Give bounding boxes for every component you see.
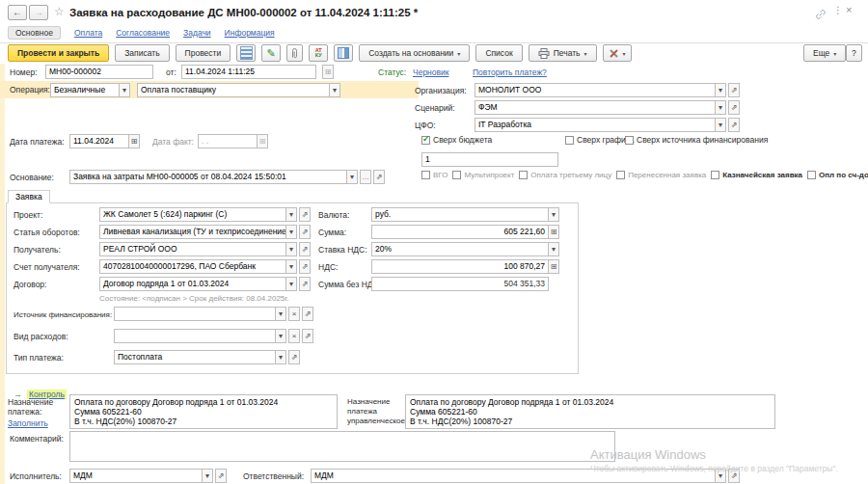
basis-choose-button[interactable]: …	[360, 170, 371, 184]
contract-open-button[interactable]: ⇗	[299, 277, 311, 291]
movements-button[interactable]	[334, 44, 353, 62]
payee-account-field[interactable]: 40702810040000017296, ПАО Сбербанк	[99, 259, 286, 274]
tab-zayavka[interactable]: Заявка	[8, 190, 50, 203]
expense-dropdown[interactable]: ▾	[275, 329, 286, 343]
write-button[interactable]: Записать	[115, 44, 169, 62]
project-field[interactable]: ЖК Самолет 5 (:624) паркинг (С)	[99, 207, 286, 222]
payment-purpose-text[interactable]: Оплата по договору Договор подряда 1 от …	[69, 394, 338, 429]
payment-purpose-mgmt-text[interactable]: Оплата по договору Договор подряда 1 от …	[405, 394, 775, 429]
expense-open-button[interactable]: ⇗	[302, 329, 313, 343]
turnover-open-button[interactable]: ⇗	[299, 225, 311, 239]
back-button[interactable]: ←	[8, 5, 27, 20]
project-open-button[interactable]: ⇗	[299, 207, 311, 222]
organization-field[interactable]: МОНОЛИТ ООО	[475, 83, 716, 97]
vat-calculator-button[interactable]: ⊞	[548, 259, 559, 274]
fill-link[interactable]: Заполнить	[8, 418, 48, 428]
atky-button[interactable]: АТКУ	[309, 44, 328, 62]
link-icon[interactable]	[815, 7, 827, 24]
basis-dropdown[interactable]: ▾	[346, 170, 358, 184]
post-button[interactable]: Провести	[176, 44, 231, 62]
sign-button[interactable]: ✎	[261, 44, 281, 62]
turnover-dropdown[interactable]: ▾	[285, 225, 297, 239]
currency-dropdown[interactable]: ▾	[548, 207, 559, 222]
operation-kind-field[interactable]: Оплата поставщику	[137, 83, 330, 97]
fin-source-open-button[interactable]: ⇗	[302, 307, 313, 321]
vat-rate-field[interactable]: 20%	[371, 242, 549, 256]
checkbox-third-party-payment[interactable]: Оплата третьему лицу	[519, 171, 611, 179]
project-dropdown[interactable]: ▾	[285, 207, 297, 222]
expense-clear-button[interactable]: ×	[288, 329, 300, 343]
pay-date-field[interactable]: 11.04.2024	[69, 134, 129, 148]
expense-type-field[interactable]	[114, 329, 276, 343]
checkbox-multiproject[interactable]: Мультипроект	[452, 171, 514, 179]
account-open-button[interactable]: ⇗	[299, 259, 311, 274]
pay-date-calendar-button[interactable]: ⊞	[128, 134, 140, 148]
status-value-link[interactable]: Черновик	[413, 67, 449, 77]
create-based-on-button[interactable]: Создать на основании▾	[359, 44, 470, 62]
amount-field[interactable]: 605 221,60	[371, 225, 549, 239]
basis-field[interactable]: Заявка на затраты МН00-000005 от 08.04.2…	[69, 170, 347, 184]
scenario-dropdown[interactable]: ▾	[715, 100, 726, 115]
tab-osnovnoe[interactable]: Основное	[8, 26, 61, 40]
print-button[interactable]: Печать▾	[529, 44, 597, 62]
contract-dropdown[interactable]: ▾	[285, 277, 297, 291]
close-icon[interactable]: ×	[846, 4, 852, 15]
over-budget-value-field[interactable]: 1	[421, 152, 558, 167]
checkbox-vgo[interactable]: ВГО	[421, 171, 448, 179]
vat-rate-dropdown[interactable]: ▾	[548, 242, 559, 256]
post-and-close-button[interactable]: Провести и закрыть	[8, 44, 109, 62]
checkbox-treasury-request[interactable]: Казначейская заявка	[711, 171, 802, 179]
checkbox-over-budget[interactable]: ✓ Сверх бюджета	[421, 135, 492, 145]
help-button[interactable]: ?	[846, 44, 862, 62]
tab-soglasovanie[interactable]: Согласование	[116, 28, 170, 38]
checkbox-transferred-request[interactable]: Перенесенная заявка	[616, 171, 706, 179]
operation-type-dropdown[interactable]: ▾	[119, 83, 130, 97]
fin-source-dropdown[interactable]: ▾	[275, 307, 286, 321]
fin-source-field[interactable]	[114, 307, 276, 321]
scenario-open-button[interactable]: ⇗	[728, 100, 740, 115]
payee-dropdown[interactable]: ▾	[285, 242, 297, 256]
number-field[interactable]: МН00-000002	[45, 65, 153, 79]
tab-informaciya[interactable]: Информация	[225, 28, 275, 38]
datetime-field[interactable]: 11.04.2024 1:11:25	[181, 65, 316, 79]
comment-field[interactable]	[69, 431, 615, 462]
list-button[interactable]: Список	[475, 44, 522, 62]
checkbox-over-source[interactable]: Сверх источника финансирования	[625, 135, 768, 145]
payment-type-open-button[interactable]: ⇗	[288, 350, 300, 364]
scenario-field[interactable]: ФЭМ	[475, 100, 716, 115]
window-menu-icon[interactable]: ⋮	[833, 5, 843, 15]
fact-date-calendar-button[interactable]: ⊞	[257, 134, 268, 148]
turnover-item-field[interactable]: Ливневая канализация (ТУ и техприсоедине…	[99, 225, 286, 239]
executor-field[interactable]: МДМ	[69, 469, 203, 483]
fact-date-field[interactable]: . .	[198, 134, 258, 148]
payee-open-button[interactable]: ⇗	[299, 242, 311, 256]
basis-open-button[interactable]: ⇗	[373, 170, 385, 184]
tab-zadachi[interactable]: Задачи	[183, 28, 211, 38]
tab-oplata[interactable]: Оплата	[74, 28, 102, 38]
account-dropdown[interactable]: ▾	[285, 259, 297, 274]
cfo-field[interactable]: IT Разработка	[475, 118, 716, 132]
operation-type-field[interactable]: Безналичные	[50, 83, 120, 97]
payee-field[interactable]: РЕАЛ СТРОЙ ООО	[99, 242, 286, 256]
vat-field[interactable]: 100 870,27	[371, 259, 549, 274]
operation-kind-dropdown[interactable]: ▾	[329, 83, 340, 97]
executor-dropdown[interactable]: ▾	[202, 469, 213, 483]
tools-button[interactable]: ▾	[603, 44, 632, 62]
set-time-button[interactable]: ⊞	[322, 65, 334, 79]
organization-open-button[interactable]: ⇗	[728, 83, 740, 97]
currency-field[interactable]: руб.	[371, 207, 549, 222]
cfo-dropdown[interactable]: ▾	[715, 118, 726, 132]
amount-calculator-button[interactable]: ⊞	[548, 225, 559, 239]
forward-button[interactable]: →	[29, 5, 48, 20]
checkbox-payment-by-invoice[interactable]: Опл по сч-дог	[807, 171, 868, 179]
checkbox-over-schedule[interactable]: Сверх графика	[565, 135, 634, 145]
fin-source-clear-button[interactable]: ×	[288, 307, 300, 321]
contract-field[interactable]: Договор подряда 1 от 01.03.2024	[99, 277, 286, 291]
favorite-star-icon[interactable]: ☆	[54, 5, 65, 18]
payment-type-field[interactable]: Постоплата	[114, 350, 276, 364]
report-button[interactable]	[236, 44, 256, 62]
repeat-payment-link[interactable]: Повторить платеж?	[473, 67, 547, 77]
more-button[interactable]: Еще▾	[803, 44, 846, 62]
payment-type-dropdown[interactable]: ▾	[275, 350, 286, 364]
cfo-open-button[interactable]: ⇗	[728, 118, 740, 132]
